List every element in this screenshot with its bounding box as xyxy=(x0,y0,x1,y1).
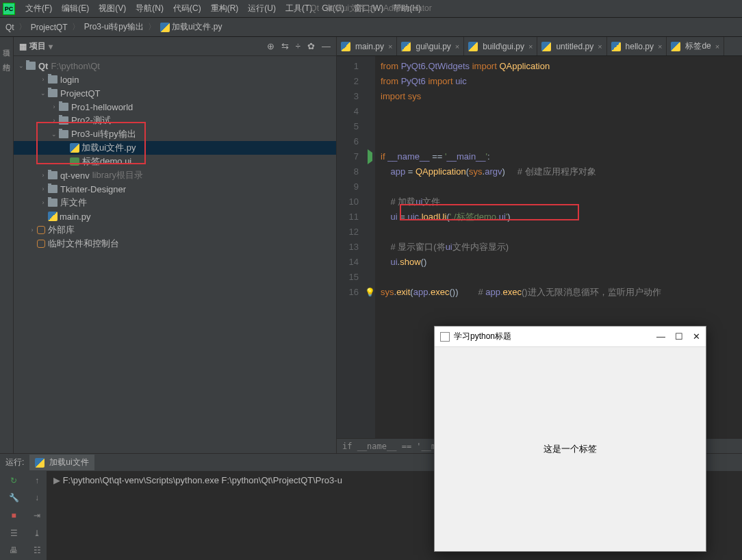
close-tab-icon[interactable]: × xyxy=(455,42,459,51)
gear-icon[interactable]: ✿ xyxy=(307,41,315,51)
tree-row[interactable]: ⌄ProjectQT xyxy=(14,86,336,100)
tree-row[interactable]: 临时文件和控制台 xyxy=(14,237,336,251)
down-button[interactable]: ↓ xyxy=(31,493,42,504)
menu-item[interactable]: 工具(T) xyxy=(281,1,317,15)
scroll-button[interactable]: ⤓ xyxy=(31,528,42,539)
folder-icon xyxy=(48,75,57,84)
target-icon[interactable]: ⊕ xyxy=(267,41,274,51)
menu-item[interactable]: 代码(C) xyxy=(168,1,206,15)
clear-button[interactable]: ☷ xyxy=(31,545,42,556)
tree-row[interactable]: ›Pro2-测试 xyxy=(14,114,336,127)
print-button[interactable]: 🖶 xyxy=(8,545,19,556)
library-icon xyxy=(37,240,45,248)
run-label: 运行: xyxy=(5,457,24,468)
run-gutter-icon[interactable] xyxy=(368,149,372,164)
python-file-icon xyxy=(541,42,551,51)
chevron-right-icon: 〉 xyxy=(18,21,27,33)
editor-tabs: main.py×gui\gui.py×build\gui.py×untitled… xyxy=(337,37,742,56)
editor-tab[interactable]: gui\gui.py× xyxy=(397,37,464,55)
close-tab-icon[interactable]: × xyxy=(528,42,533,51)
close-button[interactable]: ✕ xyxy=(693,331,700,342)
chevron-right-icon: 〉 xyxy=(72,21,80,33)
breadcrumb-bar: Qt 〉 ProjectQT 〉 Pro3-ui转py输出 〉 加载ui文件.p… xyxy=(0,18,742,37)
python-file-icon xyxy=(35,458,44,468)
collapse-icon[interactable]: ÷ xyxy=(296,41,300,51)
menu-item[interactable]: 运行(U) xyxy=(243,1,281,15)
folder-icon xyxy=(48,89,57,97)
menubar: PC 文件(F)编辑(E)视图(V)导航(N)代码(C)重构(R)运行(U)工具… xyxy=(0,0,742,18)
folder-icon xyxy=(59,103,68,111)
python-file-icon xyxy=(611,42,621,51)
tree-row[interactable]: 标签demo.ui xyxy=(14,155,336,168)
editor-tab[interactable]: untitled.py× xyxy=(537,37,606,55)
breadcrumb-item[interactable]: 加载ui文件.py xyxy=(160,21,222,33)
tree-row[interactable]: ›Pro1-helloworld xyxy=(14,100,336,114)
menu-item[interactable]: 文件(F) xyxy=(21,1,57,15)
up-button[interactable]: ↑ xyxy=(31,475,42,486)
python-file-icon xyxy=(70,143,79,153)
glyph-margin: 💡 xyxy=(364,56,375,438)
menu-item[interactable]: Git(G) xyxy=(317,1,349,15)
tree-row[interactable]: ›Tkinter-Designer xyxy=(14,182,336,196)
folder-icon xyxy=(48,185,57,193)
editor-tab[interactable]: 标签de× xyxy=(667,37,724,55)
layout-button[interactable]: ☰ xyxy=(8,528,19,539)
breadcrumb-item[interactable]: Qt xyxy=(5,23,14,32)
maximize-button[interactable]: ☐ xyxy=(675,331,683,342)
ui-file-icon xyxy=(70,157,79,166)
folder-icon xyxy=(48,199,57,207)
window-icon xyxy=(440,332,450,342)
close-tab-icon[interactable]: × xyxy=(658,42,662,51)
tree-row[interactable]: ›qt-venvlibrary根目录 xyxy=(14,168,336,182)
rerun-button[interactable]: ↻ xyxy=(8,475,19,486)
qt-label: 这是一个标签 xyxy=(543,443,597,455)
folder-icon xyxy=(48,171,57,179)
breadcrumb-item[interactable]: ProjectQT xyxy=(31,23,68,32)
minimize-button[interactable]: — xyxy=(656,331,665,342)
tree-row[interactable]: 加载ui文件.py xyxy=(14,141,336,155)
tree-row[interactable]: ⌄Pro3-ui转py输出 xyxy=(14,127,336,141)
menu-item[interactable]: 帮助(H) xyxy=(388,1,426,15)
breadcrumb-item[interactable]: Pro3-ui转py输出 xyxy=(84,21,144,33)
run-config-tab[interactable]: 加载ui文件 xyxy=(29,455,94,470)
close-tab-icon[interactable]: × xyxy=(598,42,602,51)
menu-item[interactable]: 视图(V) xyxy=(94,1,131,15)
bulb-icon[interactable]: 💡 xyxy=(365,288,375,297)
qt-window-title: 学习python标题 xyxy=(454,331,656,342)
project-tree[interactable]: ⌄ QtF:\python\Qt ›login⌄ProjectQT›Pro1-h… xyxy=(14,56,336,253)
close-tab-icon[interactable]: × xyxy=(715,42,719,51)
line-gutter: 12345678910111213141516 xyxy=(337,56,364,438)
qt-titlebar[interactable]: 学习python标题 — ☐ ✕ xyxy=(435,327,706,347)
python-file-icon xyxy=(341,42,350,51)
qt-app-window[interactable]: 学习python标题 — ☐ ✕ 这是一个标签 xyxy=(434,326,706,552)
python-file-icon xyxy=(160,23,170,32)
sidebar-title: ▦ 项目 ▾ xyxy=(19,40,53,52)
tree-row[interactable]: ›库文件 xyxy=(14,196,336,209)
expand-icon[interactable]: ⇆ xyxy=(281,41,289,51)
menu-item[interactable]: 重构(R) xyxy=(206,1,244,15)
menu-item[interactable]: 窗口(W) xyxy=(349,1,388,15)
project-sidebar: ▦ 项目 ▾ ⊕ ⇆ ÷ ✿ — ⌄ QtF:\python\Qt ›login… xyxy=(14,37,337,453)
tree-root[interactable]: ⌄ QtF:\python\Qt xyxy=(14,59,336,73)
editor-tab[interactable]: main.py× xyxy=(337,37,397,55)
editor-tab[interactable]: hello.py× xyxy=(607,37,667,55)
folder-icon xyxy=(26,62,36,70)
dropdown-icon[interactable]: ▾ xyxy=(49,42,53,51)
hide-icon[interactable]: — xyxy=(322,41,331,51)
menu-item[interactable]: 导航(N) xyxy=(131,1,168,15)
close-tab-icon[interactable]: × xyxy=(388,42,392,51)
chevron-right-icon: 〉 xyxy=(148,21,156,33)
editor-tab[interactable]: build\gui.py× xyxy=(464,37,537,55)
python-file-icon xyxy=(468,42,478,51)
wrap-button[interactable]: ⇥ xyxy=(31,510,42,521)
tool-button[interactable]: 🔧 xyxy=(8,493,19,504)
menu-item[interactable]: 编辑(E) xyxy=(57,1,94,15)
project-icon: ▦ xyxy=(19,42,27,51)
tree-row[interactable]: ›login xyxy=(14,73,336,86)
tree-row[interactable]: ›外部库 xyxy=(14,223,336,237)
folder-icon xyxy=(59,116,68,125)
python-file-icon xyxy=(48,212,57,221)
app-logo-icon: PC xyxy=(3,3,15,15)
tree-row[interactable]: main.py xyxy=(14,209,336,223)
stop-button[interactable]: ■ xyxy=(8,510,19,521)
